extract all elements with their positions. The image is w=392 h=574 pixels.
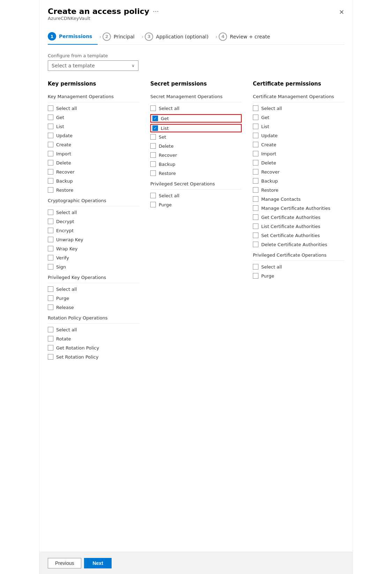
cert-set-ca-row: Set Certificate Authorities <box>253 232 344 238</box>
rot-set-policy-label: Set Rotation Policy <box>56 354 98 360</box>
crypto-wrap-label: Wrap Key <box>56 246 78 251</box>
step-sep-2: › <box>142 34 144 39</box>
key-backup-row: Backup <box>48 178 139 184</box>
cert-restore-row: Restore <box>253 187 344 193</box>
crypto-select-all-label: Select all <box>56 210 77 215</box>
priv-sec-select-all-label: Select all <box>159 193 179 198</box>
priv-cert-purge-checkbox[interactable] <box>253 273 258 279</box>
crypto-sign-checkbox[interactable] <box>48 264 53 270</box>
step-principal[interactable]: 2 Principal <box>103 29 140 44</box>
key-restore-checkbox[interactable] <box>48 187 53 193</box>
previous-button[interactable]: Previous <box>48 558 81 568</box>
sec-backup-checkbox[interactable] <box>150 161 156 167</box>
crypto-select-all-checkbox[interactable] <box>48 209 53 215</box>
key-delete-checkbox[interactable] <box>48 160 53 165</box>
crypto-verify-row: Verify <box>48 255 139 261</box>
priv-sec-select-all-checkbox[interactable] <box>150 193 156 198</box>
priv-key-purge-checkbox[interactable] <box>48 295 53 301</box>
cert-manage-contacts-checkbox[interactable] <box>253 196 258 202</box>
priv-key-select-all-checkbox[interactable] <box>48 286 53 292</box>
step-application[interactable]: 3 Application (optional) <box>145 29 214 44</box>
rot-set-policy-checkbox[interactable] <box>48 354 53 360</box>
sec-list-label: List <box>161 126 169 131</box>
modal-dots-menu[interactable]: ··· <box>153 8 159 15</box>
sec-list-checkbox[interactable] <box>152 125 158 131</box>
step-permissions[interactable]: 1 Permissions <box>48 29 98 45</box>
cert-create-checkbox[interactable] <box>253 142 258 147</box>
close-button[interactable]: ✕ <box>339 8 344 16</box>
cert-select-all-checkbox[interactable] <box>253 105 258 111</box>
crypto-decrypt-checkbox[interactable] <box>48 219 53 224</box>
crypto-section-title: Cryptographic Operations <box>48 198 139 203</box>
key-list-label: List <box>56 124 64 129</box>
rot-select-all-label: Select all <box>56 327 77 332</box>
crypto-decrypt-label: Decrypt <box>56 219 74 224</box>
cert-restore-checkbox[interactable] <box>253 187 258 193</box>
priv-key-release-checkbox[interactable] <box>48 304 53 310</box>
crypto-decrypt-row: Decrypt <box>48 218 139 225</box>
cert-restore-label: Restore <box>261 187 278 193</box>
priv-key-release-label: Release <box>56 305 74 310</box>
key-select-all-row: Select all <box>48 105 139 111</box>
cert-permissions-column: Certificate permissions Certificate Mana… <box>253 81 344 363</box>
key-restore-label: Restore <box>56 187 73 193</box>
rot-select-all-checkbox[interactable] <box>48 327 53 332</box>
key-backup-checkbox[interactable] <box>48 178 53 184</box>
cert-manage-ca-checkbox[interactable] <box>253 205 258 211</box>
key-create-checkbox[interactable] <box>48 142 53 147</box>
cert-permissions-title: Certificate permissions <box>253 81 344 89</box>
rot-get-policy-row: Get Rotation Policy <box>48 345 139 351</box>
cert-get-checkbox[interactable] <box>253 115 258 120</box>
privileged-cert-section-title: Privileged Certificate Operations <box>253 252 344 258</box>
crypto-wrap-checkbox[interactable] <box>48 246 53 251</box>
key-recover-label: Recover <box>56 169 75 175</box>
sec-select-all-checkbox[interactable] <box>150 105 156 111</box>
cert-recover-checkbox[interactable] <box>253 169 258 175</box>
sec-recover-row: Recover <box>150 152 242 158</box>
rot-rotate-checkbox[interactable] <box>48 336 53 341</box>
key-permissions-title: Key permissions <box>48 81 139 89</box>
sec-restore-checkbox[interactable] <box>150 170 156 176</box>
modal-subtitle: AzureCDNKeyVault <box>48 16 159 21</box>
crypto-encrypt-checkbox[interactable] <box>48 228 53 233</box>
cert-delete-ca-checkbox[interactable] <box>253 242 258 247</box>
priv-sec-purge-checkbox[interactable] <box>150 202 156 207</box>
cert-delete-checkbox[interactable] <box>253 160 258 165</box>
priv-cert-purge-label: Purge <box>261 273 274 279</box>
step-review[interactable]: 4 Review + create <box>219 29 276 44</box>
priv-key-select-all-row: Select all <box>48 286 139 292</box>
crypto-unwrap-checkbox[interactable] <box>48 237 53 242</box>
key-import-checkbox[interactable] <box>48 151 53 156</box>
cert-delete-ca-label: Delete Certificate Authorities <box>261 242 327 247</box>
sec-recover-checkbox[interactable] <box>150 152 156 158</box>
sec-backup-row: Backup <box>150 161 242 167</box>
next-button[interactable]: Next <box>84 558 111 568</box>
key-update-checkbox[interactable] <box>48 133 53 138</box>
sec-get-checkbox[interactable] <box>152 116 158 121</box>
key-list-checkbox[interactable] <box>48 124 53 129</box>
key-import-label: Import <box>56 151 71 156</box>
key-permissions-column: Key permissions Key Management Operation… <box>48 81 139 363</box>
template-dropdown[interactable]: Select a template ∨ <box>48 60 138 71</box>
priv-cert-select-all-checkbox[interactable] <box>253 264 258 270</box>
sec-set-checkbox[interactable] <box>150 134 156 140</box>
rot-get-policy-label: Get Rotation Policy <box>56 345 99 351</box>
cert-import-checkbox[interactable] <box>253 151 258 156</box>
cert-get-ca-checkbox[interactable] <box>253 214 258 220</box>
cert-backup-checkbox[interactable] <box>253 178 258 184</box>
crypto-wrap-row: Wrap Key <box>48 245 139 252</box>
rot-get-policy-checkbox[interactable] <box>48 345 53 351</box>
key-recover-checkbox[interactable] <box>48 169 53 175</box>
key-get-checkbox[interactable] <box>48 115 53 120</box>
cert-list-ca-checkbox[interactable] <box>253 223 258 229</box>
cert-select-all-row: Select all <box>253 105 344 111</box>
key-select-all-checkbox[interactable] <box>48 105 53 111</box>
cert-set-ca-checkbox[interactable] <box>253 233 258 238</box>
crypto-verify-checkbox[interactable] <box>48 255 53 260</box>
priv-sec-select-all-row: Select all <box>150 192 242 199</box>
cert-list-checkbox[interactable] <box>253 124 258 129</box>
rot-select-all-row: Select all <box>48 326 139 333</box>
rot-set-policy-row: Set Rotation Policy <box>48 354 139 360</box>
cert-update-checkbox[interactable] <box>253 133 258 138</box>
sec-delete-checkbox[interactable] <box>150 143 156 149</box>
